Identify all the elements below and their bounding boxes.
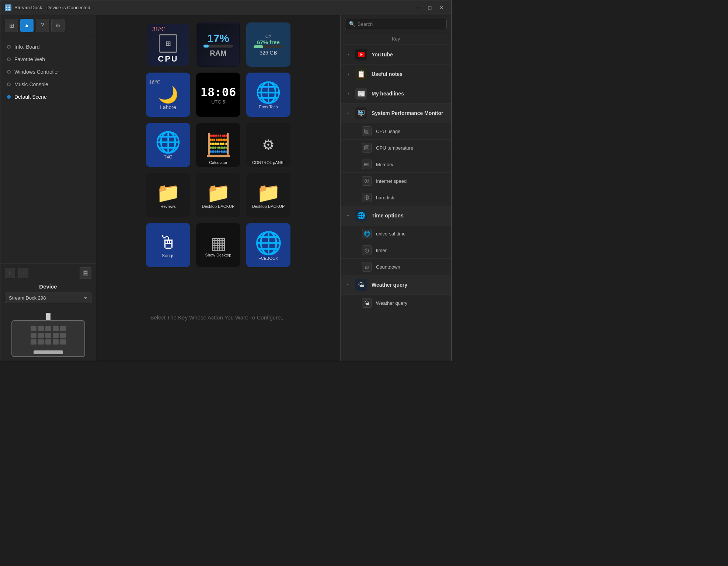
key-tile-t4g[interactable]: 🌐 T4G xyxy=(146,123,190,167)
main-layout: ⊞ ▲ ? ⚙ Info. Board Favorite Web Windows… xyxy=(0,15,451,361)
remove-button[interactable]: − xyxy=(18,268,28,278)
key-tile-enos-tech[interactable]: 🌐 Enos Tech xyxy=(246,73,290,117)
key-tile-control-panel[interactable]: ⚙ CONTROL pANE! xyxy=(246,123,290,167)
svg-rect-11 xyxy=(362,112,363,113)
window-title: Stream Dock - Device is Connected xyxy=(14,5,90,10)
harddisk-label: harddisk xyxy=(376,195,394,200)
key-tile-facebook[interactable]: 🌐 FCEBOOK xyxy=(246,223,290,267)
panel-sub-item-harddisk[interactable]: harddisk xyxy=(341,189,451,206)
nav-label-favorite-web: Favorite Web xyxy=(14,56,45,62)
key-tile-calculator[interactable]: 🧮 Calculator xyxy=(196,123,240,167)
svg-point-24 xyxy=(366,197,367,198)
search-bar: 🔍 xyxy=(341,15,451,33)
songs-icon: 🖱 xyxy=(159,232,177,253)
key-tile-drive[interactable]: C:\ 67% free 326 GB xyxy=(246,22,290,67)
sidebar: ⊞ ▲ ? ⚙ Info. Board Favorite Web Windows… xyxy=(0,15,96,361)
universal-time-label: universal time xyxy=(376,231,405,237)
drive-bar-fill xyxy=(254,45,263,48)
cpu-temp-label: CPU temperature xyxy=(376,145,413,151)
panel-sub-item-timer[interactable]: timer xyxy=(341,242,451,259)
time-options-label: Time options xyxy=(372,213,404,219)
calc-icon: 🧮 xyxy=(205,132,232,158)
svg-rect-2 xyxy=(84,273,87,274)
key-tile-ram[interactable]: 17% RAM xyxy=(196,22,240,67)
sidebar-item-windows-controller[interactable]: Windows Controller xyxy=(0,66,96,78)
timer-label: timer xyxy=(376,248,387,253)
useful-notes-icon: 📋 xyxy=(355,68,367,80)
folder-label-backup2: Desktop BACKUP xyxy=(252,204,285,209)
svg-rect-13 xyxy=(365,130,368,133)
key-tile-folder-backup2[interactable]: 📁 Desktop BACKUP xyxy=(246,173,290,217)
weather-sub-label: Weather query xyxy=(376,300,407,306)
folder-icon-backup2: 📁 xyxy=(257,182,281,204)
panel-sub-item-weather-query[interactable]: 🌤 Weather query xyxy=(341,295,451,311)
panel-item-time-options[interactable]: › 🌐 Time options xyxy=(341,206,451,226)
system-performance-icon xyxy=(355,107,367,119)
settings-button[interactable]: ⚙ xyxy=(51,19,65,32)
countdown-label: Countdown xyxy=(376,264,400,270)
drive-size: 326 GB xyxy=(259,50,277,56)
sidebar-bottom: + − Device Stream Dock 298 xyxy=(0,263,96,361)
sidebar-nav: Info. Board Favorite Web Windows Control… xyxy=(0,36,96,263)
minimize-button[interactable]: ─ xyxy=(413,4,423,11)
search-input[interactable] xyxy=(358,21,443,27)
chevron-time-options: › xyxy=(346,213,351,218)
svg-rect-1 xyxy=(84,271,87,272)
titlebar: Stream Dock - Device is Connected ─ □ ✕ xyxy=(0,0,451,15)
panel-item-system-performance[interactable]: › System Performance Monitor xyxy=(341,104,451,123)
center-content: 35℃ ⊞ CPU 17% RAM xyxy=(96,15,341,361)
key-tile-songs[interactable]: 🖱 Songs xyxy=(146,223,190,267)
nav-label-windows-controller: Windows Controller xyxy=(14,69,59,75)
svg-rect-8 xyxy=(359,111,360,113)
svg-rect-7 xyxy=(359,116,363,116)
ram-label: RAM xyxy=(210,49,227,57)
control-icon: ⚙ xyxy=(262,137,275,153)
app-icon xyxy=(5,4,11,11)
my-headlines-icon: 📰 xyxy=(355,88,367,99)
close-button[interactable]: ✕ xyxy=(436,4,447,11)
key-tile-folder-reviews[interactable]: 📁 Reviews xyxy=(146,173,190,217)
weather-sub-icon: 🌤 xyxy=(362,298,372,308)
device-select[interactable]: Stream Dock 298 xyxy=(5,293,91,303)
device-key-grid xyxy=(28,323,69,347)
sidebar-item-default-scene[interactable]: Default Scene xyxy=(0,91,96,103)
weather-city: Lahore xyxy=(160,104,176,110)
sidebar-item-info-board[interactable]: Info. Board xyxy=(0,41,96,53)
add-button[interactable]: + xyxy=(5,268,15,278)
key-tile-weather[interactable]: 16℃ 🌙 Lahore xyxy=(146,73,190,117)
songs-label: Songs xyxy=(162,253,174,258)
panel-sub-item-countdown[interactable]: Countdown xyxy=(341,259,451,275)
panel-item-my-headlines[interactable]: › 📰 My headlines xyxy=(341,84,451,104)
ram-bar-fill xyxy=(203,45,209,48)
chevron-my-headlines: › xyxy=(346,91,351,96)
panel-sub-item-internet-speed[interactable]: Internet speed xyxy=(341,173,451,189)
svg-rect-9 xyxy=(360,112,361,113)
svg-rect-10 xyxy=(361,111,362,113)
youtube-label: YouTube xyxy=(372,52,393,57)
key-tile-cpu[interactable]: 35℃ ⊞ CPU xyxy=(146,22,190,67)
panel-item-youtube[interactable]: › YouTube xyxy=(341,45,451,64)
panel-sub-item-cpu-temperature[interactable]: CPU temperature xyxy=(341,140,451,156)
cpu-usage-label: CPU usage xyxy=(376,129,400,134)
panel-sub-item-universal-time[interactable]: 🌐 universal time xyxy=(341,226,451,242)
globe-icon-t4g: 🌐 xyxy=(155,130,181,154)
key-tile-show-desktop[interactable]: ▦ Show Desktop xyxy=(196,223,240,267)
home-button[interactable]: ⊞ xyxy=(5,19,18,32)
window-controls: ─ □ ✕ xyxy=(413,4,447,11)
panel-item-useful-notes[interactable]: › 📋 Useful notes xyxy=(341,64,451,84)
key-tile-folder-backup1[interactable]: 📁 Desktop BACKUP xyxy=(196,173,240,217)
panel-sub-item-cpu-usage[interactable]: CPU usage xyxy=(341,123,451,140)
up-button[interactable]: ▲ xyxy=(20,19,34,32)
panel-sub-item-memory[interactable]: Memory xyxy=(341,156,451,173)
panel-item-weather-query[interactable]: › 🌤 Weather query xyxy=(341,275,451,295)
sidebar-item-music-console[interactable]: Music Console xyxy=(0,78,96,91)
sidebar-item-favorite-web[interactable]: Favorite Web xyxy=(0,53,96,66)
key-grid: 35℃ ⊞ CPU 17% RAM xyxy=(96,15,340,275)
device-preview xyxy=(5,313,91,357)
key-tile-clock[interactable]: 18:06 UTC 5 xyxy=(196,73,240,117)
ram-percent: 17% xyxy=(207,32,229,45)
maximize-button[interactable]: □ xyxy=(425,4,435,11)
search-icon: 🔍 xyxy=(349,21,355,27)
help-button[interactable]: ? xyxy=(36,19,49,32)
import-export-button[interactable] xyxy=(80,267,91,279)
